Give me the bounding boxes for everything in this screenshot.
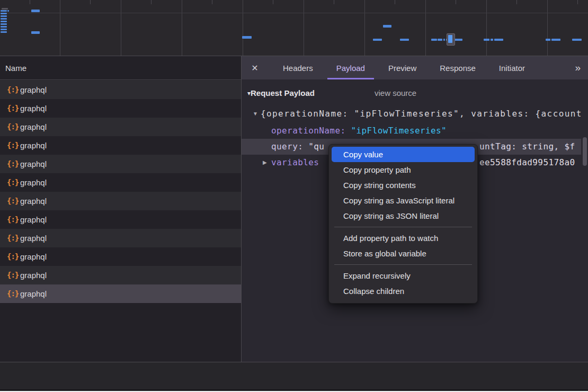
tab-initiator[interactable]: Initiator xyxy=(490,56,534,79)
request-name: graphql xyxy=(20,81,47,99)
json-braces-icon: {:} xyxy=(7,284,19,303)
timeline-gridline xyxy=(60,0,60,56)
request-bar xyxy=(7,10,9,12)
payload-operationname-row[interactable]: operationName: "ipFlowTimeseries" xyxy=(242,123,588,139)
request-bar xyxy=(1,18,7,20)
details-tab-bar: ✕ HeadersPayloadPreviewResponseInitiator xyxy=(242,56,588,79)
view-source-link[interactable]: view source xyxy=(375,88,416,99)
menu-item-store-as-global-variable[interactable]: Store as global variable xyxy=(332,246,475,261)
request-bar xyxy=(242,36,252,39)
menu-item-copy-string-as-json-literal[interactable]: Copy string as JSON literal xyxy=(332,208,475,224)
table-row[interactable]: {:}graphql xyxy=(0,229,241,247)
request-name: graphql xyxy=(20,247,47,266)
menu-separator xyxy=(334,264,472,265)
timeline-minor-tick xyxy=(212,0,212,4)
table-row[interactable]: {:}graphql xyxy=(0,266,241,284)
menu-item-copy-string-as-javascript-literal[interactable]: Copy string as JavaScript literal xyxy=(332,193,475,208)
timeline-minor-tick xyxy=(577,0,578,4)
scrollbar-thumb[interactable] xyxy=(583,137,587,166)
requests-table: {:}graphql{:}graphql{:}graphql{:}graphql… xyxy=(0,81,241,303)
request-bar xyxy=(1,29,7,30)
tab-headers[interactable]: Headers xyxy=(274,56,322,79)
property-value-left: "qu xyxy=(308,141,324,152)
request-name: graphql xyxy=(20,284,47,303)
json-braces-icon: {:} xyxy=(7,247,19,266)
request-bar xyxy=(1,10,7,12)
request-bar xyxy=(1,21,7,22)
table-row[interactable]: {:}graphql xyxy=(0,81,241,99)
timeline-minor-tick xyxy=(395,0,395,4)
request-name: graphql xyxy=(20,99,47,118)
timeline-minor-tick xyxy=(151,0,152,4)
timeline-minor-tick xyxy=(90,0,91,4)
json-braces-icon: {:} xyxy=(7,118,19,136)
summary-bar xyxy=(0,362,588,390)
request-bar xyxy=(373,39,382,41)
timeline-divider-line xyxy=(0,13,588,13)
json-braces-icon: {:} xyxy=(7,81,19,99)
property-key: query: xyxy=(271,141,308,152)
table-row[interactable]: {:}graphql xyxy=(0,210,241,229)
table-row[interactable]: {:}graphql xyxy=(0,155,241,173)
menu-item-add-property-path-to-watch[interactable]: Add property path to watch xyxy=(332,230,475,246)
more-tabs-icon[interactable]: » xyxy=(575,56,580,79)
request-bar xyxy=(31,31,40,34)
request-bar xyxy=(431,39,437,41)
table-row[interactable]: {:}graphql xyxy=(0,173,241,192)
json-braces-icon: {:} xyxy=(7,136,19,155)
timeline-minor-tick xyxy=(273,0,273,4)
menu-item-collapse-children[interactable]: Collapse children xyxy=(332,283,475,299)
tab-preview[interactable]: Preview xyxy=(379,56,425,79)
payload-root-row[interactable]: {operationName: "ipFlowTimeseries", vari… xyxy=(242,106,588,122)
request-bar xyxy=(494,39,503,41)
request-bar xyxy=(443,39,445,41)
request-bar xyxy=(1,23,7,25)
timeline-minor-tick xyxy=(456,0,456,4)
property-value-right: untTag: string, $f xyxy=(479,139,575,155)
network-overview-timeline[interactable] xyxy=(0,0,588,56)
table-row[interactable]: {:}graphql xyxy=(0,284,241,303)
panel-divider[interactable] xyxy=(241,56,242,391)
json-braces-icon: {:} xyxy=(7,229,19,247)
table-row[interactable]: {:}graphql xyxy=(0,247,241,266)
timeline-minor-tick xyxy=(30,0,30,4)
table-row[interactable]: {:}graphql xyxy=(0,136,241,155)
json-braces-icon: {:} xyxy=(7,155,19,173)
table-row[interactable]: {:}graphql xyxy=(0,118,241,136)
request-bar xyxy=(551,39,560,41)
request-name: graphql xyxy=(20,192,47,210)
context-menu: Copy valueCopy property pathCopy string … xyxy=(328,144,478,304)
payload-root-preview: {operationName: "ipFlowTimeseries", vari… xyxy=(261,109,582,119)
request-bar xyxy=(546,39,550,41)
devtools-network-panel: Name {:}graphql{:}graphql{:}graphql{:}gr… xyxy=(0,0,588,392)
timeline-gridline xyxy=(121,0,121,56)
request-bar xyxy=(31,10,40,12)
requests-table-header: Name xyxy=(0,56,241,80)
variables-preview-fragment: ee5588fdad995178a0 xyxy=(479,155,575,171)
request-name: graphql xyxy=(20,229,47,247)
json-braces-icon: {:} xyxy=(7,173,19,192)
timeline-gridline xyxy=(182,0,182,56)
request-name: graphql xyxy=(20,118,47,136)
name-column-header[interactable]: Name xyxy=(5,56,26,80)
table-row[interactable]: {:}graphql xyxy=(0,99,241,118)
timeline-gridline xyxy=(486,0,487,56)
menu-item-copy-string-contents[interactable]: Copy string contents xyxy=(332,177,475,193)
request-payload-section-header[interactable]: ▾Request Payload xyxy=(247,88,315,99)
request-name: graphql xyxy=(20,155,47,173)
request-bar xyxy=(383,25,391,28)
tab-payload[interactable]: Payload xyxy=(327,56,374,79)
tab-response[interactable]: Response xyxy=(431,56,485,79)
requests-table-empty-area xyxy=(0,303,241,362)
request-name: graphql xyxy=(20,136,47,155)
property-key: operationName: xyxy=(271,126,345,136)
menu-item-copy-value[interactable]: Copy value xyxy=(332,147,475,162)
menu-item-copy-property-path[interactable]: Copy property path xyxy=(332,162,475,177)
close-icon[interactable]: ✕ xyxy=(251,63,259,73)
menu-item-expand-recursively[interactable]: Expand recursively xyxy=(332,268,475,283)
table-row[interactable]: {:}graphql xyxy=(0,192,241,210)
timeline-gridline xyxy=(304,0,304,56)
request-name: graphql xyxy=(20,210,47,229)
request-bar xyxy=(1,26,7,28)
request-bar-gray xyxy=(2,8,8,10)
